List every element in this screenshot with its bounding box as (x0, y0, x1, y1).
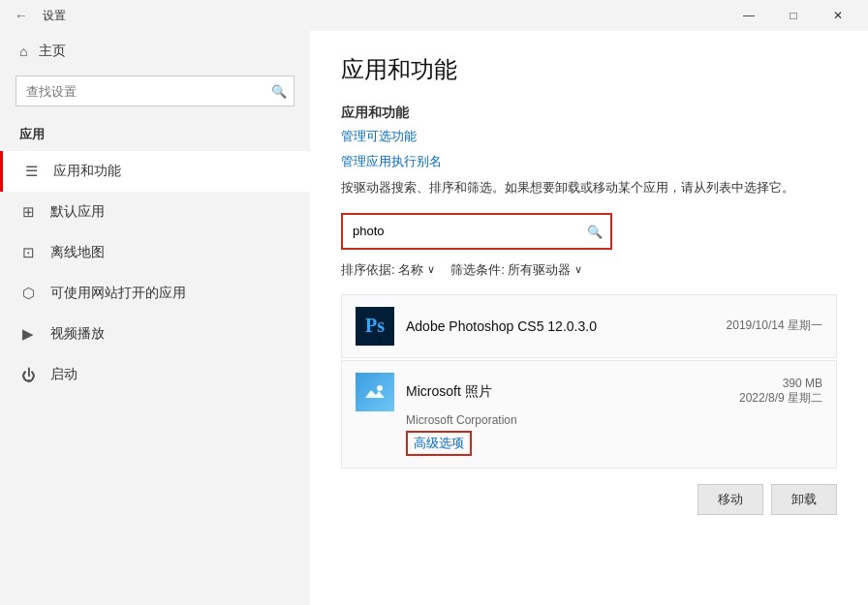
sidebar-item-default-apps[interactable]: ⊞ 默认应用 (0, 192, 310, 232)
photos-date: 2022/8/9 星期二 (739, 390, 822, 407)
sidebar-item-startup[interactable]: ⏻ 启动 (0, 354, 310, 395)
video-label: 视频播放 (50, 325, 105, 343)
apps-features-icon: ☰ (22, 163, 40, 180)
photoshop-icon: Ps (356, 307, 394, 346)
sidebar-item-home[interactable]: ⌂ 主页 (0, 31, 310, 72)
app-list: Ps Adobe Photoshop CS5 12.0.3.0 2019/10/… (341, 294, 837, 469)
app-search-input[interactable] (343, 215, 610, 248)
offline-maps-label: 离线地图 (50, 244, 105, 261)
minimize-button[interactable]: — (727, 0, 771, 31)
section-title: 应用和功能 (341, 105, 837, 122)
sidebar: ⌂ 主页 🔍 应用 ☰ 应用和功能 ⊞ 默认应用 ⊡ 离线地图 ⬡ 可使用网站打… (0, 31, 310, 605)
photos-info: 390 MB 2022/8/9 星期二 (739, 377, 822, 407)
svg-rect-0 (363, 380, 387, 404)
app-search-box: 🔍 (341, 213, 612, 250)
svg-point-2 (377, 385, 383, 391)
main-content: ⌂ 主页 🔍 应用 ☰ 应用和功能 ⊞ 默认应用 ⊡ 离线地图 ⬡ 可使用网站打… (0, 31, 868, 605)
title-bar: ← 设置 — □ ✕ (0, 0, 868, 31)
action-row: 移动 卸载 (341, 484, 837, 515)
app-search-row: 🔍 (341, 213, 837, 250)
startup-label: 启动 (50, 366, 78, 383)
sidebar-search-input[interactable] (16, 76, 294, 106)
back-button[interactable]: ← (8, 2, 35, 29)
description-text: 按驱动器搜索、排序和筛选。如果想要卸载或移动某个应用，请从列表中选择它。 (341, 178, 837, 197)
sort-chevron: ∨ (427, 263, 435, 276)
page-title: 应用和功能 (341, 54, 837, 85)
web-apps-icon: ⬡ (19, 285, 37, 302)
sort-label: 排序依据: 名称 (341, 261, 423, 279)
sidebar-search-icon: 🔍 (271, 84, 287, 99)
sort-filter[interactable]: 排序依据: 名称 ∨ (341, 261, 435, 279)
drive-filter[interactable]: 筛选条件: 所有驱动器 ∨ (450, 261, 582, 279)
app-item-photoshop[interactable]: Ps Adobe Photoshop CS5 12.0.3.0 2019/10/… (341, 294, 837, 358)
app-item-photos[interactable]: Microsoft 照片 390 MB 2022/8/9 星期二 Microso… (341, 360, 837, 469)
uninstall-button[interactable]: 卸载 (771, 484, 837, 515)
sidebar-item-apps-features[interactable]: ☰ 应用和功能 (0, 151, 310, 192)
close-button[interactable]: ✕ (816, 0, 860, 31)
photos-expanded-info: Microsoft Corporation 高级选项 (406, 413, 822, 456)
sidebar-item-offline-maps[interactable]: ⊡ 离线地图 (0, 232, 310, 273)
startup-icon: ⏻ (19, 367, 37, 383)
window-title: 设置 (43, 8, 66, 24)
app-item-photoshop-header: Ps Adobe Photoshop CS5 12.0.3.0 2019/10/… (356, 307, 822, 346)
maximize-button[interactable]: □ (771, 0, 816, 31)
app-item-photos-header: Microsoft 照片 390 MB 2022/8/9 星期二 (356, 373, 822, 411)
app-search-icon: 🔍 (587, 224, 603, 238)
video-icon: ▶ (19, 325, 37, 343)
move-button[interactable]: 移动 (698, 484, 763, 515)
sidebar-search: 🔍 (16, 76, 294, 106)
offline-maps-icon: ⊡ (19, 244, 37, 261)
advanced-options-link[interactable]: 高级选项 (406, 431, 472, 456)
web-apps-label: 可使用网站打开的应用 (50, 285, 186, 302)
sidebar-section-label: 应用 (0, 122, 310, 151)
home-icon: ⌂ (19, 44, 27, 59)
manage-aliases-link[interactable]: 管理应用执行别名 (341, 153, 837, 170)
drive-label: 筛选条件: 所有驱动器 (450, 261, 571, 279)
sidebar-item-web-apps[interactable]: ⬡ 可使用网站打开的应用 (0, 273, 310, 314)
photoshop-date: 2019/10/14 星期一 (727, 318, 822, 334)
photos-icon (356, 373, 394, 411)
photoshop-name: Adobe Photoshop CS5 12.0.3.0 (406, 318, 597, 334)
apps-features-label: 应用和功能 (53, 163, 121, 180)
drive-chevron: ∨ (574, 263, 582, 276)
home-label: 主页 (39, 43, 66, 60)
sidebar-item-video[interactable]: ▶ 视频播放 (0, 314, 310, 354)
photos-name: Microsoft 照片 (406, 383, 492, 401)
default-apps-label: 默认应用 (50, 203, 105, 221)
right-panel: 应用和功能 应用和功能 管理可选功能 管理应用执行别名 按驱动器搜索、排序和筛选… (310, 31, 868, 605)
photos-size: 390 MB (739, 377, 822, 390)
default-apps-icon: ⊞ (19, 203, 37, 221)
filter-row: 排序依据: 名称 ∨ 筛选条件: 所有驱动器 ∨ (341, 261, 837, 279)
manage-optional-features-link[interactable]: 管理可选功能 (341, 128, 837, 145)
photos-publisher: Microsoft Corporation (406, 413, 822, 427)
window-controls: — □ ✕ (727, 0, 860, 31)
